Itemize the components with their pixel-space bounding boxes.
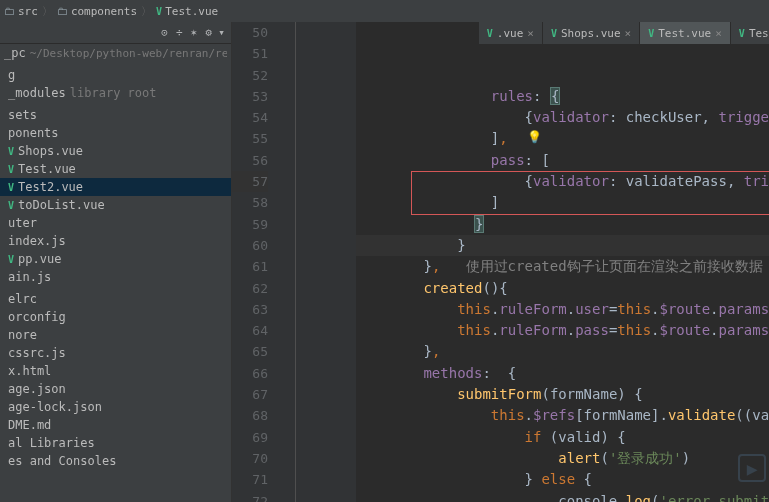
tree-item[interactable]: Test2.vue [0,178,231,196]
line-number[interactable]: 57 [232,171,268,192]
code-line[interactable]: rules: { [356,86,769,107]
line-number[interactable]: 63 [232,299,268,320]
tree-item[interactable]: uter [0,214,231,232]
close-icon[interactable]: × [625,27,632,40]
tree-item[interactable]: orconfig [0,308,231,326]
code-content[interactable]: rules: { {validator: checkUser, trigger:… [356,22,769,502]
breadcrumb-item[interactable]: 🗀src [4,5,38,18]
code-line[interactable]: } else { [356,469,769,490]
code-line[interactable]: submitForm(formName) { [356,384,769,405]
tree-item[interactable]: cssrc.js [0,344,231,362]
line-number[interactable]: 50 [232,22,268,43]
editor-pane: V.vue ×VShops.vue ×VTest.vue ×VTest2.vue… [232,0,769,502]
vue-icon: V [156,6,162,17]
code-line[interactable]: ], [356,128,769,149]
tree-item[interactable]: index.js [0,232,231,250]
vue-icon: V [487,28,493,39]
line-number[interactable]: 68 [232,405,268,426]
editor-tabs: V.vue ×VShops.vue ×VTest.vue ×VTest2.vue… [479,22,769,44]
gear-icon[interactable]: ⚙ ▾ [205,26,225,39]
code-line[interactable]: } [356,235,769,256]
code-line[interactable]: } [356,214,769,235]
tree-item[interactable]: DME.md [0,416,231,434]
editor-tab[interactable]: VTest.vue × [640,22,731,44]
close-icon[interactable]: × [715,27,722,40]
tree-item[interactable]: elrc [0,290,231,308]
code-line[interactable]: alert('登录成功') [356,448,769,469]
settings-icon[interactable]: ✶ [191,26,198,39]
close-icon[interactable]: × [527,27,534,40]
tree-item[interactable]: Shops.vue [0,142,231,160]
code-line[interactable]: this.ruleForm.pass=this.$route.params.pa… [356,320,769,341]
watermark: ▶ 懂视 [738,454,769,482]
sidebar-toolbar: ⊙ ÷ ✶ ⚙ ▾ [0,22,231,44]
tree-item[interactable]: pp.vue [0,250,231,268]
code-line[interactable]: }, [356,341,769,362]
tree-item[interactable]: age-lock.json [0,398,231,416]
code-line[interactable]: console.log('error submit!!'); [356,491,769,502]
code-line[interactable]: this.$refs[formName].validate((valid) => [356,405,769,426]
tree-item[interactable]: al Libraries [0,434,231,452]
project-sidebar: ⊙ ÷ ✶ ⚙ ▾ _pc ~/Desktop/python-web/renra… [0,0,232,502]
tree-item[interactable]: ponents [0,124,231,142]
line-number[interactable]: 72 [232,491,268,502]
line-number[interactable]: 55 [232,128,268,149]
code-line[interactable]: {validator: checkUser, trigger: [356,107,769,128]
code-line[interactable]: if (valid) { [356,427,769,448]
code-line[interactable]: this.ruleForm.user=this.$route.params.us… [356,299,769,320]
marker-gutter [296,22,356,502]
tree-item[interactable]: toDoList.vue [0,196,231,214]
line-gutter: 5051525354555657585960616263646566676869… [232,22,282,502]
line-number[interactable]: 70 [232,448,268,469]
tree-item[interactable]: _modules library root [0,84,231,102]
code-line[interactable]: methods: { [356,363,769,384]
line-number[interactable]: 64 [232,320,268,341]
intention-bulb-icon[interactable]: 💡 [527,130,542,144]
line-number[interactable]: 59 [232,214,268,235]
collapse-icon[interactable]: ÷ [176,26,183,39]
watermark-icon: ▶ [738,454,766,482]
folder-icon: 🗀 [4,5,15,18]
code-line[interactable]: }, 使用过created钩子让页面在渲染之前接收数据 [356,256,769,277]
target-icon[interactable]: ⊙ [161,26,168,39]
line-number[interactable]: 62 [232,278,268,299]
tree-item[interactable]: es and Consoles [0,452,231,470]
line-number[interactable]: 53 [232,86,268,107]
editor-tab[interactable]: V.vue × [479,22,543,44]
vue-icon: V [739,28,745,39]
tree-item[interactable]: sets [0,106,231,124]
code-line[interactable]: ] [356,192,769,213]
folder-icon: 🗀 [57,5,68,18]
line-number[interactable]: 52 [232,65,268,86]
tree-item[interactable]: nore [0,326,231,344]
tree-item[interactable]: age.json [0,380,231,398]
line-number[interactable]: 65 [232,341,268,362]
line-number[interactable]: 58 [232,192,268,213]
line-number[interactable]: 60 [232,235,268,256]
fold-gutter[interactable] [282,22,296,502]
code-area[interactable]: 5051525354555657585960616263646566676869… [232,22,769,502]
line-number[interactable]: 71 [232,469,268,490]
editor-tab[interactable]: VShops.vue × [543,22,640,44]
breadcrumb-item[interactable]: 🗀components [57,5,137,18]
editor-tab[interactable]: VTest2.vue × [731,22,769,44]
line-number[interactable]: 69 [232,427,268,448]
tree-item[interactable]: ain.js [0,268,231,286]
tree-item[interactable]: x.html [0,362,231,380]
line-number[interactable]: 61 [232,256,268,277]
file-tree: g_modules library rootsetsponentsShops.v… [0,62,231,502]
tree-item[interactable]: g [0,66,231,84]
project-root[interactable]: _pc ~/Desktop/python-web/renran/renran_p… [0,44,231,62]
vue-icon: V [648,28,654,39]
line-number[interactable]: 54 [232,107,268,128]
code-line[interactable]: {validator: validatePass, trigger [356,171,769,192]
code-line[interactable]: pass: [ [356,150,769,171]
breadcrumb-item[interactable]: VTest.vue [156,5,218,18]
tree-item[interactable]: Test.vue [0,160,231,178]
code-line[interactable]: created(){ [356,278,769,299]
line-number[interactable]: 67 [232,384,268,405]
line-number[interactable]: 51 [232,43,268,64]
breadcrumb-separator: 〉 [42,4,53,19]
line-number[interactable]: 66 [232,363,268,384]
line-number[interactable]: 56 [232,150,268,171]
